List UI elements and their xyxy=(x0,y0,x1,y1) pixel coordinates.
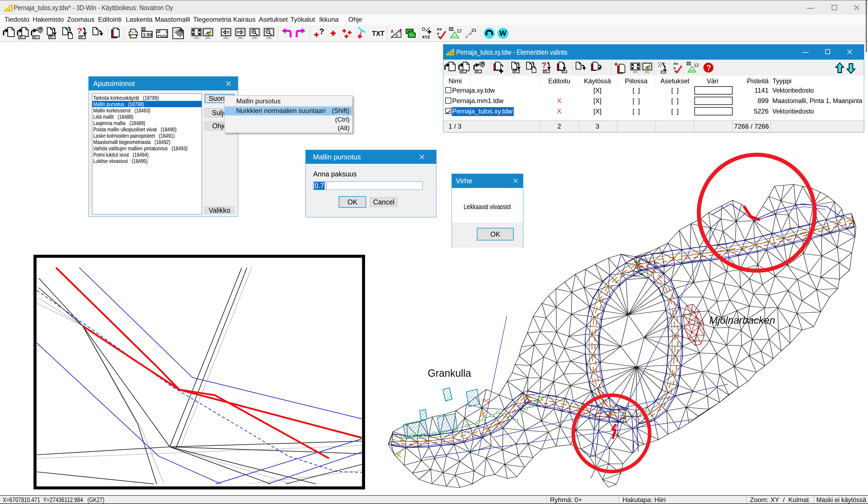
svg-text:XYZ: XYZ xyxy=(422,35,430,39)
svg-text:Grankulla: Grankulla xyxy=(428,367,471,379)
svg-text:?: ? xyxy=(542,62,547,70)
svg-text:×: × xyxy=(673,66,676,70)
svg-text:?: ? xyxy=(319,27,324,36)
svg-text:W: W xyxy=(499,29,507,37)
svg-text:×: × xyxy=(465,35,467,39)
svg-text:×: × xyxy=(470,32,472,36)
svg-text:12: 12 xyxy=(456,28,462,33)
svg-text:m²: m² xyxy=(407,29,413,34)
svg-text:21: 21 xyxy=(471,28,477,33)
svg-text:?: ? xyxy=(77,27,82,35)
svg-text:1:50: 1:50 xyxy=(143,32,152,37)
svg-text:α: α xyxy=(398,29,401,33)
svg-text:?: ? xyxy=(706,63,711,72)
svg-text:12: 12 xyxy=(694,63,699,68)
svg-text:×: × xyxy=(437,31,439,36)
svg-text:××: ×× xyxy=(437,27,442,32)
svg-text:A: A xyxy=(391,29,394,34)
svg-text:TXT: TXT xyxy=(372,30,384,37)
svg-text:B: B xyxy=(395,33,398,38)
svg-text:Mjölnarbacken: Mjölnarbacken xyxy=(709,315,775,326)
